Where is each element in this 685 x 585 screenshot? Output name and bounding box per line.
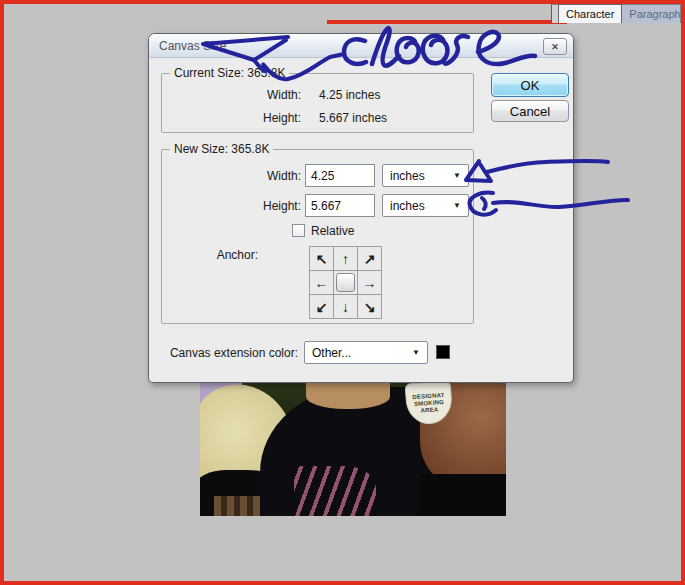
anchor-ne[interactable]: ↗: [358, 247, 382, 271]
new-width-input[interactable]: [305, 164, 375, 187]
photo-pink-graphic: [294, 466, 376, 516]
tab-character-label: Character: [566, 8, 614, 20]
anchor-grid: ↖ ↑ ↗ ← → ↙ ↓ ↘: [309, 246, 382, 319]
arrow-ne-icon: ↗: [364, 251, 376, 267]
anchor-n[interactable]: ↑: [334, 247, 358, 271]
chevron-down-icon: ▼: [453, 201, 461, 210]
anchor-e[interactable]: →: [358, 271, 382, 295]
extension-color-swatch[interactable]: [436, 345, 450, 359]
current-width-value: 4.25 inches: [319, 88, 380, 102]
anchor-se[interactable]: ↘: [358, 295, 382, 319]
extension-color-dropdown[interactable]: Other... ▼: [304, 341, 428, 364]
arrow-nw-icon: ↖: [316, 251, 328, 267]
tab-character[interactable]: Character: [558, 4, 622, 23]
canvas-size-dialog: Canvas Size ✕ OK Cancel Current Size: 36…: [148, 33, 574, 383]
ok-button[interactable]: OK: [491, 73, 569, 97]
current-width-label: Width:: [162, 88, 301, 102]
arrow-w-icon: ←: [315, 275, 329, 291]
current-size-group: Current Size: 365.8K Width: 4.25 inches …: [161, 73, 474, 133]
width-unit-value: inches: [390, 169, 425, 183]
new-size-legend: New Size: 365.8K: [170, 142, 273, 156]
height-unit-dropdown[interactable]: inches ▼: [382, 194, 469, 217]
current-height-label: Height:: [162, 111, 301, 125]
anchor-label: Anchor:: [119, 248, 258, 262]
sign-line-3: AREA: [420, 406, 438, 414]
anchor-sw[interactable]: ↙: [310, 295, 334, 319]
photo-neck: [306, 382, 390, 409]
tabstrip-edge: [551, 4, 558, 23]
new-height-label: Height:: [162, 199, 301, 213]
photo-legs: [214, 496, 266, 516]
panel-tabstrip: Character Paragraph: [551, 4, 681, 23]
new-size-group: New Size: 365.8K Width: inches ▼ Height:…: [161, 149, 474, 324]
anchor-nw[interactable]: ↖: [310, 247, 334, 271]
arrow-s-icon: ↓: [342, 299, 349, 315]
new-height-input[interactable]: [305, 194, 375, 217]
tab-paragraph[interactable]: Paragraph: [622, 4, 681, 23]
relative-checkbox[interactable]: [292, 224, 305, 237]
current-height-value: 5.667 inches: [319, 111, 387, 125]
width-unit-dropdown[interactable]: inches ▼: [382, 164, 469, 187]
anchor-w[interactable]: ←: [310, 271, 334, 295]
chevron-down-icon: ▼: [453, 171, 461, 180]
extension-color-label: Canvas extension color:: [159, 346, 298, 360]
current-size-legend: Current Size: 365.8K: [170, 66, 289, 80]
tab-paragraph-label: Paragraph: [629, 8, 680, 20]
arrow-e-icon: →: [363, 275, 377, 291]
extension-color-value: Other...: [312, 346, 351, 360]
height-unit-value: inches: [390, 199, 425, 213]
arrow-se-icon: ↘: [364, 299, 376, 315]
new-width-label: Width:: [162, 169, 301, 183]
anchor-s[interactable]: ↓: [334, 295, 358, 319]
anchor-center-button[interactable]: [336, 273, 355, 292]
dialog-title: Canvas Size: [159, 39, 226, 53]
relative-label: Relative: [311, 224, 354, 238]
red-line: [327, 20, 567, 24]
close-glyph: ✕: [551, 42, 559, 52]
close-icon[interactable]: ✕: [543, 38, 567, 55]
canvas-photo: DESIGNAT SMOKING AREA: [200, 381, 506, 516]
anchor-center[interactable]: [334, 271, 358, 295]
photo-dark-corner: [420, 474, 506, 516]
cancel-button[interactable]: Cancel: [491, 100, 569, 122]
dialog-titlebar[interactable]: Canvas Size: [149, 34, 573, 58]
chevron-down-icon: ▼: [412, 348, 420, 357]
arrow-sw-icon: ↙: [316, 299, 328, 315]
arrow-n-icon: ↑: [342, 251, 349, 267]
